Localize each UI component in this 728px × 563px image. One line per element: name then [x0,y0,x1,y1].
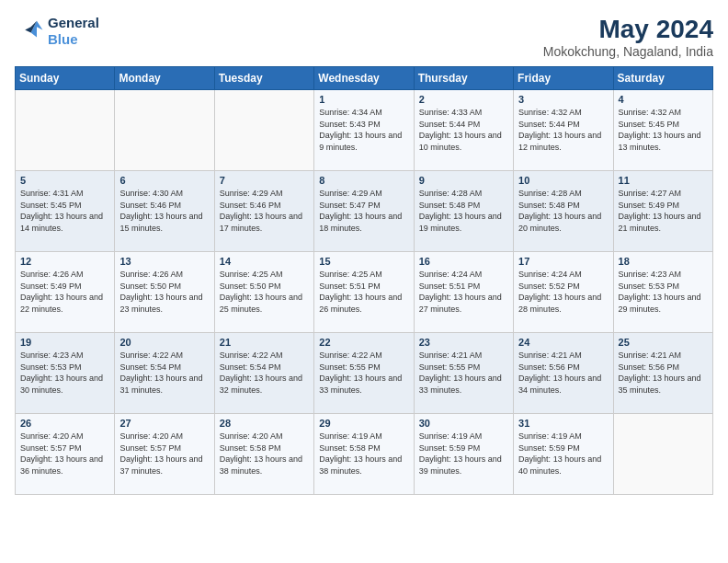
day-number: 11 [619,175,708,186]
day-info: Sunrise: 4:22 AMSunset: 5:55 PMDaylight:… [319,350,408,396]
calendar-cell: 15Sunrise: 4:25 AMSunset: 5:51 PMDayligh… [314,252,414,333]
calendar-table: Sunday Monday Tuesday Wednesday Thursday… [15,66,713,495]
calendar-cell: 21Sunrise: 4:22 AMSunset: 5:54 PMDayligh… [214,333,313,414]
day-number: 24 [518,337,608,348]
day-number: 17 [518,256,608,267]
calendar-cell: 20Sunrise: 4:22 AMSunset: 5:54 PMDayligh… [115,333,214,414]
day-number: 18 [619,256,708,267]
day-info: Sunrise: 4:21 AMSunset: 5:56 PMDaylight:… [518,350,608,396]
day-number: 31 [518,418,608,429]
calendar-header-row: Sunday Monday Tuesday Wednesday Thursday… [16,67,713,90]
day-number: 3 [518,94,608,105]
calendar-cell: 9Sunrise: 4:28 AMSunset: 5:48 PMDaylight… [414,171,513,252]
day-info: Sunrise: 4:21 AMSunset: 5:55 PMDaylight:… [419,350,508,396]
calendar-cell: 11Sunrise: 4:27 AMSunset: 5:49 PMDayligh… [613,171,712,252]
day-info: Sunrise: 4:21 AMSunset: 5:56 PMDaylight:… [619,350,708,396]
day-info: Sunrise: 4:32 AMSunset: 5:45 PMDaylight:… [619,107,708,153]
day-info: Sunrise: 4:26 AMSunset: 5:49 PMDaylight:… [20,269,109,315]
logo-text: General Blue [48,15,99,48]
logo-icon [15,17,44,46]
day-number: 4 [619,94,708,105]
calendar-cell: 23Sunrise: 4:21 AMSunset: 5:55 PMDayligh… [414,333,513,414]
day-info: Sunrise: 4:29 AMSunset: 5:47 PMDaylight:… [319,188,408,234]
day-info: Sunrise: 4:28 AMSunset: 5:48 PMDaylight:… [518,188,608,234]
calendar-cell: 25Sunrise: 4:21 AMSunset: 5:56 PMDayligh… [613,333,712,414]
calendar-cell: 3Sunrise: 4:32 AMSunset: 5:44 PMDaylight… [514,90,613,171]
day-number: 26 [20,418,109,429]
calendar-cell: 8Sunrise: 4:29 AMSunset: 5:47 PMDaylight… [314,171,414,252]
calendar-cell: 2Sunrise: 4:33 AMSunset: 5:44 PMDaylight… [414,90,513,171]
calendar-week-row: 26Sunrise: 4:20 AMSunset: 5:57 PMDayligh… [16,414,713,495]
calendar-cell [613,414,712,495]
day-number: 13 [119,256,209,267]
calendar-cell: 30Sunrise: 4:19 AMSunset: 5:59 PMDayligh… [414,414,513,495]
day-number: 19 [20,337,109,348]
day-info: Sunrise: 4:20 AMSunset: 5:57 PMDaylight:… [20,431,109,477]
calendar-week-row: 19Sunrise: 4:23 AMSunset: 5:53 PMDayligh… [16,333,713,414]
day-number: 28 [220,418,309,429]
calendar-cell: 18Sunrise: 4:23 AMSunset: 5:53 PMDayligh… [613,252,712,333]
calendar-cell: 27Sunrise: 4:20 AMSunset: 5:57 PMDayligh… [115,414,214,495]
day-number: 25 [619,337,708,348]
calendar-cell: 7Sunrise: 4:29 AMSunset: 5:46 PMDaylight… [214,171,313,252]
day-info: Sunrise: 4:34 AMSunset: 5:43 PMDaylight:… [319,107,408,153]
day-number: 9 [419,175,508,186]
day-info: Sunrise: 4:31 AMSunset: 5:45 PMDaylight:… [20,188,109,234]
day-number: 10 [518,175,608,186]
day-info: Sunrise: 4:20 AMSunset: 5:57 PMDaylight:… [119,431,209,477]
calendar-cell [16,90,115,171]
day-info: Sunrise: 4:23 AMSunset: 5:53 PMDaylight:… [20,350,109,396]
calendar-cell: 13Sunrise: 4:26 AMSunset: 5:50 PMDayligh… [115,252,214,333]
calendar-cell: 1Sunrise: 4:34 AMSunset: 5:43 PMDaylight… [314,90,414,171]
col-sunday: Sunday [16,67,115,90]
col-saturday: Saturday [613,67,712,90]
day-info: Sunrise: 4:28 AMSunset: 5:48 PMDaylight:… [419,188,508,234]
calendar-cell: 29Sunrise: 4:19 AMSunset: 5:58 PMDayligh… [314,414,414,495]
day-number: 5 [20,175,109,186]
day-info: Sunrise: 4:22 AMSunset: 5:54 PMDaylight:… [220,350,309,396]
day-number: 8 [319,175,408,186]
calendar-week-row: 5Sunrise: 4:31 AMSunset: 5:45 PMDaylight… [16,171,713,252]
day-info: Sunrise: 4:19 AMSunset: 5:58 PMDaylight:… [319,431,408,477]
calendar-cell: 14Sunrise: 4:25 AMSunset: 5:50 PMDayligh… [214,252,313,333]
day-info: Sunrise: 4:30 AMSunset: 5:46 PMDaylight:… [119,188,209,234]
day-info: Sunrise: 4:19 AMSunset: 5:59 PMDaylight:… [518,431,608,477]
day-info: Sunrise: 4:19 AMSunset: 5:59 PMDaylight:… [419,431,508,477]
logo: General Blue [15,15,99,48]
day-info: Sunrise: 4:32 AMSunset: 5:44 PMDaylight:… [518,107,608,153]
col-thursday: Thursday [414,67,513,90]
day-number: 6 [119,175,209,186]
title-block: May 2024 Mokokchung, Nagaland, India [543,15,713,59]
day-number: 22 [319,337,408,348]
day-info: Sunrise: 4:33 AMSunset: 5:44 PMDaylight:… [419,107,508,153]
day-info: Sunrise: 4:22 AMSunset: 5:54 PMDaylight:… [119,350,209,396]
day-info: Sunrise: 4:20 AMSunset: 5:58 PMDaylight:… [220,431,309,477]
day-number: 1 [319,94,408,105]
page-header: General Blue May 2024 Mokokchung, Nagala… [15,15,713,59]
day-info: Sunrise: 4:24 AMSunset: 5:51 PMDaylight:… [419,269,508,315]
calendar-week-row: 1Sunrise: 4:34 AMSunset: 5:43 PMDaylight… [16,90,713,171]
day-info: Sunrise: 4:29 AMSunset: 5:46 PMDaylight:… [220,188,309,234]
day-info: Sunrise: 4:24 AMSunset: 5:52 PMDaylight:… [518,269,608,315]
calendar-cell [115,90,214,171]
calendar-cell: 12Sunrise: 4:26 AMSunset: 5:49 PMDayligh… [16,252,115,333]
col-wednesday: Wednesday [314,67,414,90]
calendar-cell: 17Sunrise: 4:24 AMSunset: 5:52 PMDayligh… [514,252,613,333]
month-year-title: May 2024 [543,15,713,44]
day-number: 16 [419,256,508,267]
calendar-cell: 5Sunrise: 4:31 AMSunset: 5:45 PMDaylight… [16,171,115,252]
day-number: 27 [119,418,209,429]
col-tuesday: Tuesday [214,67,313,90]
col-monday: Monday [115,67,214,90]
day-info: Sunrise: 4:27 AMSunset: 5:49 PMDaylight:… [619,188,708,234]
calendar-cell: 26Sunrise: 4:20 AMSunset: 5:57 PMDayligh… [16,414,115,495]
calendar-cell: 10Sunrise: 4:28 AMSunset: 5:48 PMDayligh… [514,171,613,252]
calendar-cell: 19Sunrise: 4:23 AMSunset: 5:53 PMDayligh… [16,333,115,414]
day-info: Sunrise: 4:25 AMSunset: 5:51 PMDaylight:… [319,269,408,315]
day-number: 2 [419,94,508,105]
calendar-cell: 28Sunrise: 4:20 AMSunset: 5:58 PMDayligh… [214,414,313,495]
day-number: 23 [419,337,508,348]
col-friday: Friday [514,67,613,90]
calendar-cell: 6Sunrise: 4:30 AMSunset: 5:46 PMDaylight… [115,171,214,252]
day-number: 12 [20,256,109,267]
